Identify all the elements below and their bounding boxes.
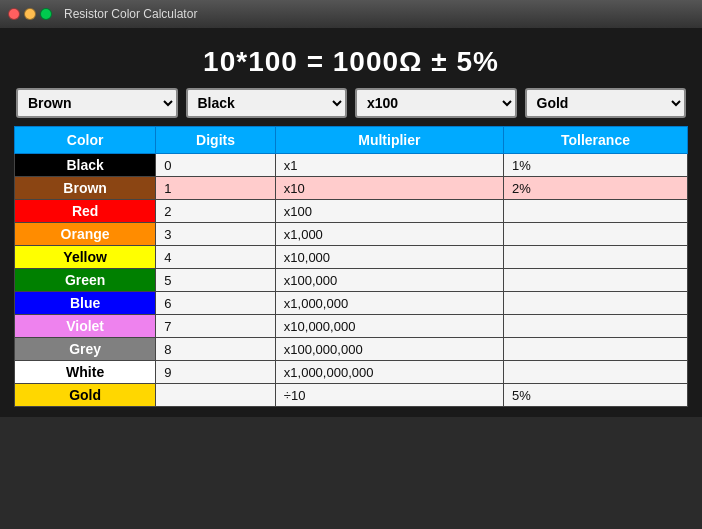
main-content: 10*100 = 1000Ω ± 5% BlackBrownRedOrangeY… — [0, 28, 702, 417]
digit-cell: 0 — [156, 154, 276, 177]
multiplier-cell: x100 — [275, 200, 503, 223]
table-row: Brown1x102% — [15, 177, 688, 200]
band1-select[interactable]: BlackBrownRedOrangeYellowGreenBlueViolet… — [16, 88, 178, 118]
minimize-button[interactable] — [24, 8, 36, 20]
tolerance-wrapper: GoldSilverNoneBrownRedGreenBlueVioletGre… — [525, 88, 687, 118]
title-bar: Resistor Color Calculator — [0, 0, 702, 28]
band1-wrapper: BlackBrownRedOrangeYellowGreenBlueViolet… — [16, 88, 178, 118]
close-button[interactable] — [8, 8, 20, 20]
multiplier-cell: x10,000,000 — [275, 315, 503, 338]
window-controls — [8, 8, 52, 20]
table-row: Red2x100 — [15, 200, 688, 223]
digit-cell: 3 — [156, 223, 276, 246]
dropdowns-row: BlackBrownRedOrangeYellowGreenBlueViolet… — [14, 88, 688, 118]
multiplier-wrapper: x1x10x100x1,000x10,000x100,000x1,000,000… — [355, 88, 517, 118]
col-digits: Digits — [156, 127, 276, 154]
color-cell: Yellow — [15, 246, 156, 269]
multiplier-cell: x100,000 — [275, 269, 503, 292]
digit-cell: 7 — [156, 315, 276, 338]
window-title: Resistor Color Calculator — [64, 7, 197, 21]
color-cell: Red — [15, 200, 156, 223]
tolerance-cell — [503, 292, 687, 315]
tolerance-cell — [503, 315, 687, 338]
color-cell: White — [15, 361, 156, 384]
tolerance-select[interactable]: GoldSilverNoneBrownRedGreenBlueVioletGre… — [525, 88, 687, 118]
col-tolerance: Tollerance — [503, 127, 687, 154]
tolerance-cell — [503, 269, 687, 292]
multiplier-cell: x1,000 — [275, 223, 503, 246]
table-row: Blue6x1,000,000 — [15, 292, 688, 315]
tolerance-cell — [503, 338, 687, 361]
color-cell: Gold — [15, 384, 156, 407]
digit-cell: 2 — [156, 200, 276, 223]
tolerance-cell — [503, 361, 687, 384]
digit-cell: 6 — [156, 292, 276, 315]
digit-cell: 5 — [156, 269, 276, 292]
color-cell: Black — [15, 154, 156, 177]
col-color: Color — [15, 127, 156, 154]
color-cell: Blue — [15, 292, 156, 315]
maximize-button[interactable] — [40, 8, 52, 20]
multiplier-cell: x100,000,000 — [275, 338, 503, 361]
digit-cell: 4 — [156, 246, 276, 269]
table-row: Yellow4x10,000 — [15, 246, 688, 269]
table-row: White9x1,000,000,000 — [15, 361, 688, 384]
digit-cell: 9 — [156, 361, 276, 384]
table-row: Grey8x100,000,000 — [15, 338, 688, 361]
tolerance-cell — [503, 200, 687, 223]
color-cell: Green — [15, 269, 156, 292]
table-row: Gold÷105% — [15, 384, 688, 407]
color-cell: Grey — [15, 338, 156, 361]
table-row: Green5x100,000 — [15, 269, 688, 292]
digit-cell: 8 — [156, 338, 276, 361]
color-cell: Brown — [15, 177, 156, 200]
color-table: Color Digits Multiplier Tollerance Black… — [14, 126, 688, 407]
multiplier-cell: x1,000,000 — [275, 292, 503, 315]
table-row: Black0x11% — [15, 154, 688, 177]
col-multiplier: Multiplier — [275, 127, 503, 154]
tolerance-cell — [503, 246, 687, 269]
multiplier-select[interactable]: x1x10x100x1,000x10,000x100,000x1,000,000… — [355, 88, 517, 118]
tolerance-cell: 2% — [503, 177, 687, 200]
table-body: Black0x11%Brown1x102%Red2x100Orange3x1,0… — [15, 154, 688, 407]
color-cell: Violet — [15, 315, 156, 338]
band2-wrapper: BlackBrownRedOrangeYellowGreenBlueViolet… — [186, 88, 348, 118]
band2-select[interactable]: BlackBrownRedOrangeYellowGreenBlueViolet… — [186, 88, 348, 118]
multiplier-cell: x1 — [275, 154, 503, 177]
multiplier-cell: ÷10 — [275, 384, 503, 407]
multiplier-cell: x1,000,000,000 — [275, 361, 503, 384]
multiplier-cell: x10 — [275, 177, 503, 200]
result-display: 10*100 = 1000Ω ± 5% — [14, 38, 688, 88]
table-header-row: Color Digits Multiplier Tollerance — [15, 127, 688, 154]
tolerance-cell — [503, 223, 687, 246]
tolerance-cell: 5% — [503, 384, 687, 407]
table-row: Orange3x1,000 — [15, 223, 688, 246]
color-cell: Orange — [15, 223, 156, 246]
tolerance-cell: 1% — [503, 154, 687, 177]
table-row: Violet7x10,000,000 — [15, 315, 688, 338]
multiplier-cell: x10,000 — [275, 246, 503, 269]
digit-cell — [156, 384, 276, 407]
digit-cell: 1 — [156, 177, 276, 200]
